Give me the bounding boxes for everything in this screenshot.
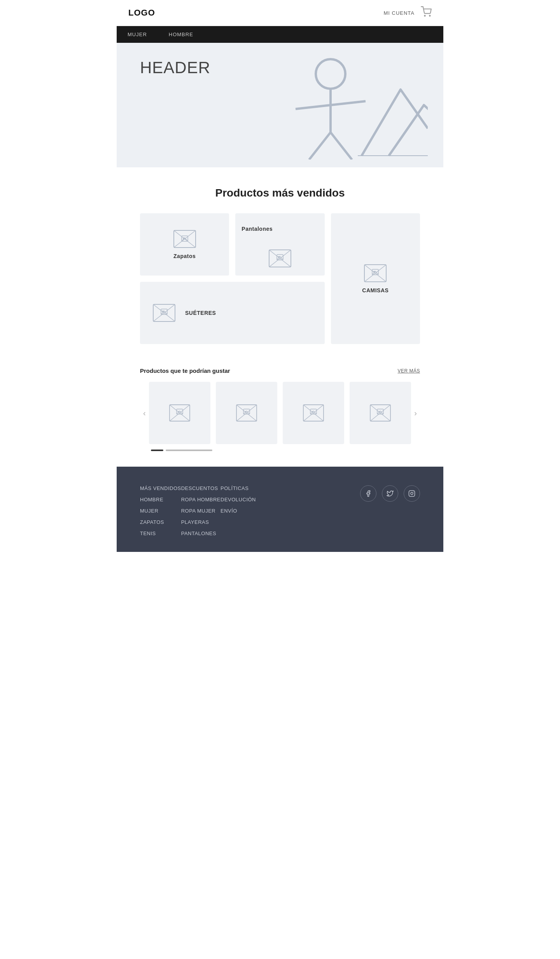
svg-point-12 bbox=[183, 237, 184, 239]
svg-point-17 bbox=[278, 256, 280, 258]
svg-point-42 bbox=[312, 411, 313, 413]
social-icons bbox=[360, 485, 420, 502]
twitter-icon[interactable] bbox=[382, 485, 398, 502]
footer-social bbox=[256, 485, 420, 502]
svg-rect-46 bbox=[377, 409, 383, 414]
logo: LOGO bbox=[128, 8, 155, 18]
svg-line-35 bbox=[236, 405, 257, 421]
footer-link-descuentos[interactable]: DESCUENTOS bbox=[181, 485, 220, 491]
svg-line-40 bbox=[303, 405, 324, 421]
instagram-icon[interactable] bbox=[404, 485, 420, 502]
footer-link-devolucion[interactable]: DEVOLUCIÓN bbox=[220, 497, 256, 502]
svg-rect-43 bbox=[370, 405, 390, 421]
carousel-prev-button[interactable]: ‹ bbox=[140, 409, 149, 418]
nav-bar: MUJER HOMBRE bbox=[117, 26, 443, 43]
footer-link-playeras[interactable]: PLAYERAS bbox=[181, 519, 220, 525]
product-card-pantalones[interactable]: Pantalones bbox=[235, 213, 324, 276]
svg-rect-38 bbox=[303, 405, 324, 421]
svg-line-29 bbox=[170, 405, 190, 421]
svg-point-22 bbox=[373, 271, 375, 272]
footer-link-tenis[interactable]: TENIS bbox=[140, 530, 181, 536]
carousel-item-1[interactable] bbox=[149, 382, 210, 444]
zapatos-label: Zapatos bbox=[173, 253, 196, 259]
sueteres-image bbox=[152, 304, 176, 322]
dot-2 bbox=[166, 450, 212, 451]
svg-rect-33 bbox=[236, 405, 257, 421]
footer-link-mujer[interactable]: MUJER bbox=[140, 508, 181, 514]
svg-point-27 bbox=[162, 311, 164, 312]
footer-link-mas-vendidos[interactable]: MÁS VENDIDOS bbox=[140, 485, 181, 491]
camisas-image bbox=[364, 264, 387, 283]
hero-section: HEADER bbox=[117, 43, 443, 167]
footer-link-ropa-mujer[interactable]: ROPA MUJER bbox=[181, 508, 220, 514]
svg-line-44 bbox=[370, 405, 390, 421]
facebook-icon[interactable] bbox=[360, 485, 376, 502]
footer-link-ropa-hombre[interactable]: ROPA HOMBRE bbox=[181, 497, 220, 502]
top-right: MI CUENTA bbox=[383, 6, 432, 19]
ver-mas-link[interactable]: VER MÁS bbox=[397, 368, 420, 374]
carousel-next-button[interactable]: › bbox=[411, 409, 420, 418]
footer-link-envio[interactable]: ENVÍO bbox=[220, 508, 256, 514]
dot-1 bbox=[151, 450, 163, 451]
products-grid: Zapatos Pantalones bbox=[140, 213, 420, 344]
carousel-item-4[interactable] bbox=[350, 382, 411, 444]
zapatos-image bbox=[173, 230, 196, 248]
carousel-dots bbox=[140, 450, 420, 451]
svg-point-2 bbox=[316, 59, 345, 89]
carousel-track bbox=[149, 382, 411, 444]
svg-line-45 bbox=[370, 405, 390, 421]
carousel-img-1 bbox=[169, 404, 190, 422]
footer-link-pantalones[interactable]: PANTALONES bbox=[181, 530, 220, 536]
best-sellers-title: Productos más vendidos bbox=[140, 187, 420, 199]
recom-title: Productos que te podrían gustar bbox=[140, 367, 230, 374]
recom-header: Productos que te podrían gustar VER MÁS bbox=[140, 367, 420, 374]
svg-point-37 bbox=[245, 411, 246, 413]
best-sellers-section: Productos más vendidos Zapatos Pantalone… bbox=[117, 167, 443, 360]
hero-illustration bbox=[249, 51, 428, 161]
svg-rect-28 bbox=[170, 405, 190, 421]
footer-link-zapatos[interactable]: ZAPATOS bbox=[140, 519, 181, 525]
svg-point-32 bbox=[178, 411, 179, 413]
footer-col-2: DESCUENTOS ROPA HOMBRE ROPA MUJER PLAYER… bbox=[181, 485, 220, 536]
mi-cuenta-link[interactable]: MI CUENTA bbox=[383, 10, 415, 16]
svg-point-0 bbox=[424, 15, 425, 16]
svg-line-39 bbox=[303, 405, 324, 421]
pantalones-image bbox=[268, 249, 292, 268]
pantalones-label: Pantalones bbox=[242, 226, 273, 232]
carousel-item-3[interactable] bbox=[283, 382, 344, 444]
footer: MÁS VENDIDOS HOMBRE MUJER ZAPATOS TENIS … bbox=[117, 467, 443, 552]
footer-link-hombre[interactable]: HOMBRE bbox=[140, 497, 181, 502]
svg-rect-41 bbox=[310, 409, 317, 414]
carousel-wrapper: ‹ bbox=[140, 382, 420, 444]
nav-item-mujer[interactable]: MUJER bbox=[117, 26, 158, 43]
carousel-img-4 bbox=[370, 404, 391, 422]
svg-line-34 bbox=[236, 405, 257, 421]
nav-item-hombre[interactable]: HOMBRE bbox=[158, 26, 204, 43]
svg-point-1 bbox=[429, 15, 430, 16]
svg-rect-31 bbox=[177, 409, 183, 414]
svg-line-6 bbox=[331, 132, 352, 160]
svg-line-5 bbox=[309, 132, 331, 160]
camisas-label: CAMISAS bbox=[362, 287, 388, 293]
footer-col-1: MÁS VENDIDOS HOMBRE MUJER ZAPATOS TENIS bbox=[140, 485, 181, 536]
hero-title: HEADER bbox=[140, 58, 210, 77]
cart-icon[interactable] bbox=[421, 6, 432, 19]
top-bar: LOGO MI CUENTA bbox=[117, 0, 443, 26]
sueteres-label: SUÉTERES bbox=[185, 310, 216, 316]
product-card-camisas[interactable]: CAMISAS bbox=[331, 213, 420, 344]
footer-link-politicas[interactable]: POLÍTICAS bbox=[220, 485, 256, 491]
recommendations-section: Productos que te podrían gustar VER MÁS … bbox=[117, 360, 443, 467]
svg-rect-36 bbox=[243, 409, 250, 414]
product-card-sueteres[interactable]: SUÉTERES bbox=[140, 282, 325, 344]
svg-rect-48 bbox=[409, 491, 415, 497]
carousel-img-3 bbox=[303, 404, 324, 422]
svg-line-30 bbox=[170, 405, 190, 421]
svg-point-47 bbox=[378, 411, 380, 413]
product-card-zapatos[interactable]: Zapatos bbox=[140, 213, 229, 276]
carousel-img-2 bbox=[236, 404, 257, 422]
footer-col-3: POLÍTICAS DEVOLUCIÓN ENVÍO bbox=[220, 485, 256, 514]
carousel-item-2[interactable] bbox=[216, 382, 277, 444]
